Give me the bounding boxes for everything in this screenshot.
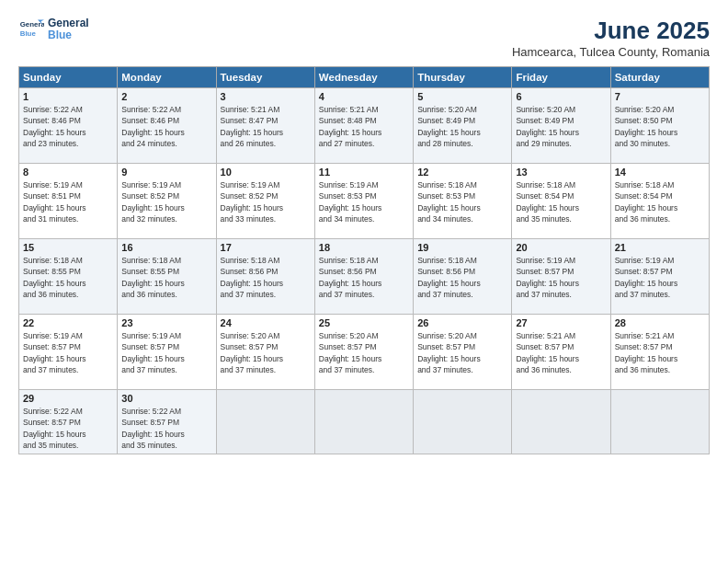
day-number: 30	[121, 393, 211, 404]
day-info: Sunrise: 5:18 AM Sunset: 8:56 PM Dayligh…	[221, 255, 311, 300]
day-info: Sunrise: 5:19 AM Sunset: 8:57 PM Dayligh…	[516, 255, 606, 300]
day-info: Sunrise: 5:20 AM Sunset: 8:49 PM Dayligh…	[417, 104, 507, 149]
day-number: 27	[516, 317, 606, 328]
day-info: Sunrise: 5:19 AM Sunset: 8:51 PM Dayligh…	[23, 179, 113, 224]
day-info: Sunrise: 5:20 AM Sunset: 8:50 PM Dayligh…	[615, 104, 705, 149]
day-number: 4	[319, 91, 409, 102]
calendar-table: Sunday Monday Tuesday Wednesday Thursday…	[18, 66, 710, 454]
calendar-cell: 1Sunrise: 5:22 AM Sunset: 8:46 PM Daylig…	[19, 88, 118, 164]
calendar-cell	[314, 390, 413, 454]
day-info: Sunrise: 5:19 AM Sunset: 8:53 PM Dayligh…	[319, 179, 409, 224]
page-header: General Blue General Blue June 2025 Hamc…	[18, 17, 710, 59]
logo-icon: General Blue	[18, 17, 44, 42]
day-info: Sunrise: 5:18 AM Sunset: 8:55 PM Dayligh…	[23, 255, 113, 300]
day-number: 1	[23, 91, 113, 102]
col-saturday: Saturday	[610, 67, 709, 88]
day-info: Sunrise: 5:20 AM Sunset: 8:49 PM Dayligh…	[516, 104, 606, 149]
col-friday: Friday	[512, 67, 610, 88]
calendar-cell: 5Sunrise: 5:20 AM Sunset: 8:49 PM Daylig…	[414, 88, 512, 164]
calendar-cell: 16Sunrise: 5:18 AM Sunset: 8:55 PM Dayli…	[118, 239, 216, 315]
calendar-cell: 14Sunrise: 5:18 AM Sunset: 8:54 PM Dayli…	[610, 164, 709, 239]
day-number: 13	[516, 167, 606, 178]
day-number: 19	[417, 242, 507, 253]
calendar-cell: 23Sunrise: 5:19 AM Sunset: 8:57 PM Dayli…	[118, 315, 216, 390]
day-number: 5	[417, 91, 507, 102]
day-info: Sunrise: 5:20 AM Sunset: 8:57 PM Dayligh…	[221, 330, 311, 375]
calendar-cell: 8Sunrise: 5:19 AM Sunset: 8:51 PM Daylig…	[19, 164, 118, 239]
calendar-cell: 30Sunrise: 5:22 AM Sunset: 8:57 PM Dayli…	[118, 390, 216, 454]
calendar-cell: 28Sunrise: 5:21 AM Sunset: 8:57 PM Dayli…	[610, 315, 709, 390]
calendar-cell: 15Sunrise: 5:18 AM Sunset: 8:55 PM Dayli…	[19, 239, 118, 315]
calendar-cell: 9Sunrise: 5:19 AM Sunset: 8:52 PM Daylig…	[118, 164, 216, 239]
calendar-cell: 12Sunrise: 5:18 AM Sunset: 8:53 PM Dayli…	[414, 164, 512, 239]
day-number: 12	[417, 167, 507, 178]
day-info: Sunrise: 5:21 AM Sunset: 8:57 PM Dayligh…	[516, 330, 606, 375]
day-info: Sunrise: 5:19 AM Sunset: 8:57 PM Dayligh…	[615, 255, 705, 300]
col-tuesday: Tuesday	[216, 67, 314, 88]
day-number: 25	[319, 317, 409, 328]
day-info: Sunrise: 5:19 AM Sunset: 8:57 PM Dayligh…	[23, 330, 113, 375]
col-wednesday: Wednesday	[314, 67, 413, 88]
day-info: Sunrise: 5:18 AM Sunset: 8:54 PM Dayligh…	[516, 179, 606, 224]
calendar-cell: 13Sunrise: 5:18 AM Sunset: 8:54 PM Dayli…	[512, 164, 610, 239]
calendar-cell: 2Sunrise: 5:22 AM Sunset: 8:46 PM Daylig…	[118, 88, 216, 164]
day-info: Sunrise: 5:18 AM Sunset: 8:56 PM Dayligh…	[319, 255, 409, 300]
day-info: Sunrise: 5:22 AM Sunset: 8:57 PM Dayligh…	[121, 406, 211, 451]
calendar-cell	[512, 390, 610, 454]
day-info: Sunrise: 5:21 AM Sunset: 8:57 PM Dayligh…	[615, 330, 705, 375]
col-thursday: Thursday	[414, 67, 512, 88]
day-number: 21	[615, 242, 705, 253]
calendar-cell: 25Sunrise: 5:20 AM Sunset: 8:57 PM Dayli…	[314, 315, 413, 390]
day-info: Sunrise: 5:21 AM Sunset: 8:48 PM Dayligh…	[319, 104, 409, 149]
logo-text-blue: Blue	[48, 29, 89, 41]
calendar-cell: 10Sunrise: 5:19 AM Sunset: 8:52 PM Dayli…	[216, 164, 314, 239]
calendar-cell: 24Sunrise: 5:20 AM Sunset: 8:57 PM Dayli…	[216, 315, 314, 390]
svg-text:Blue: Blue	[20, 29, 37, 38]
calendar-cell: 7Sunrise: 5:20 AM Sunset: 8:50 PM Daylig…	[610, 88, 709, 164]
day-number: 15	[23, 242, 113, 253]
day-number: 18	[319, 242, 409, 253]
calendar-cell	[414, 390, 512, 454]
day-number: 7	[615, 91, 705, 102]
col-sunday: Sunday	[19, 67, 118, 88]
day-info: Sunrise: 5:22 AM Sunset: 8:46 PM Dayligh…	[23, 104, 113, 149]
day-number: 16	[121, 242, 211, 253]
day-info: Sunrise: 5:22 AM Sunset: 8:57 PM Dayligh…	[23, 406, 113, 451]
day-info: Sunrise: 5:18 AM Sunset: 8:55 PM Dayligh…	[121, 255, 211, 300]
calendar-cell: 4Sunrise: 5:21 AM Sunset: 8:48 PM Daylig…	[314, 88, 413, 164]
day-info: Sunrise: 5:18 AM Sunset: 8:54 PM Dayligh…	[615, 179, 705, 224]
main-title: June 2025	[512, 17, 710, 45]
subtitle: Hamcearca, Tulcea County, Romania	[512, 45, 710, 59]
calendar-cell: 11Sunrise: 5:19 AM Sunset: 8:53 PM Dayli…	[314, 164, 413, 239]
day-number: 28	[615, 317, 705, 328]
calendar-cell: 22Sunrise: 5:19 AM Sunset: 8:57 PM Dayli…	[19, 315, 118, 390]
day-number: 8	[23, 167, 113, 178]
day-number: 6	[516, 91, 606, 102]
day-number: 24	[221, 317, 311, 328]
col-monday: Monday	[118, 67, 216, 88]
day-info: Sunrise: 5:18 AM Sunset: 8:53 PM Dayligh…	[417, 179, 507, 224]
title-block: June 2025 Hamcearca, Tulcea County, Roma…	[512, 17, 710, 59]
day-number: 9	[121, 167, 211, 178]
day-number: 11	[319, 167, 409, 178]
day-number: 14	[615, 167, 705, 178]
calendar-cell: 17Sunrise: 5:18 AM Sunset: 8:56 PM Dayli…	[216, 239, 314, 315]
day-info: Sunrise: 5:19 AM Sunset: 8:52 PM Dayligh…	[221, 179, 311, 224]
logo: General Blue General Blue	[18, 17, 89, 42]
day-info: Sunrise: 5:20 AM Sunset: 8:57 PM Dayligh…	[319, 330, 409, 375]
day-number: 26	[417, 317, 507, 328]
day-info: Sunrise: 5:18 AM Sunset: 8:56 PM Dayligh…	[417, 255, 507, 300]
calendar-cell: 18Sunrise: 5:18 AM Sunset: 8:56 PM Dayli…	[314, 239, 413, 315]
day-number: 22	[23, 317, 113, 328]
calendar-cell: 29Sunrise: 5:22 AM Sunset: 8:57 PM Dayli…	[19, 390, 118, 454]
calendar-cell: 19Sunrise: 5:18 AM Sunset: 8:56 PM Dayli…	[414, 239, 512, 315]
day-number: 17	[221, 242, 311, 253]
calendar-cell	[216, 390, 314, 454]
day-number: 20	[516, 242, 606, 253]
calendar-cell: 20Sunrise: 5:19 AM Sunset: 8:57 PM Dayli…	[512, 239, 610, 315]
calendar-cell: 6Sunrise: 5:20 AM Sunset: 8:49 PM Daylig…	[512, 88, 610, 164]
calendar-cell: 21Sunrise: 5:19 AM Sunset: 8:57 PM Dayli…	[610, 239, 709, 315]
day-info: Sunrise: 5:19 AM Sunset: 8:52 PM Dayligh…	[121, 179, 211, 224]
day-number: 23	[121, 317, 211, 328]
day-info: Sunrise: 5:20 AM Sunset: 8:57 PM Dayligh…	[417, 330, 507, 375]
